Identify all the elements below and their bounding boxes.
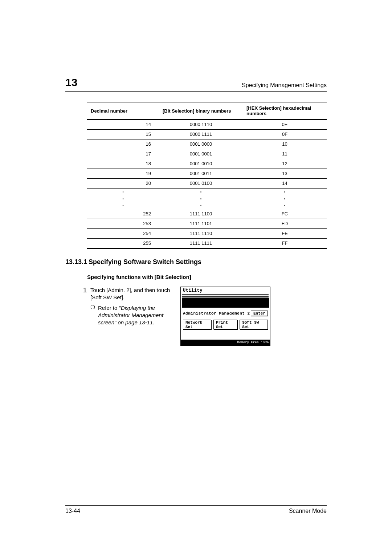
print-set-button[interactable]: Print Set (213, 320, 237, 329)
chapter-number: 13 (65, 76, 77, 89)
col-decimal: Decimal number (87, 102, 159, 119)
table-row: 140000 11100E (87, 119, 327, 130)
lcd-decor (182, 294, 269, 297)
footer-mode: Scanner Mode (289, 508, 327, 514)
table-row: 180001 001012 (87, 159, 327, 169)
table-row: 170001 000111 (87, 149, 327, 159)
table-ellipsis-row: ••• (87, 202, 327, 209)
table-row: 2551111 1111FF (87, 239, 327, 249)
step-instruction: Touch [Admin. 2], and then touch [Soft S… (90, 287, 174, 301)
step-note: Refer to "Displaying the Administrator M… (98, 304, 174, 327)
page-footer: 13-44 Scanner Mode (65, 505, 327, 514)
conversion-table: Decimal number [Bit Selection] binary nu… (87, 102, 327, 249)
enter-button[interactable]: Enter (251, 311, 268, 316)
table-row: 2521111 1100FC (87, 209, 327, 219)
lcd-screenshot: Utility Administrator Management 2 Enter… (180, 287, 270, 346)
section-title: Specifying Software Switch Settings (89, 258, 201, 266)
lcd-screen-label: Administrator Management 2 (183, 311, 250, 316)
page-header: 13 Specifying Management Settings (65, 76, 327, 92)
memory-free-label: Memory Free 100% (237, 341, 269, 344)
table-ellipsis-row: ••• (87, 195, 327, 202)
step-number: 1 (82, 287, 87, 294)
table-row: 160001 000010 (87, 139, 327, 149)
soft-sw-set-button[interactable]: Soft SW Set (240, 320, 268, 329)
table-row: 2541111 1110FE (87, 229, 327, 239)
col-binary: [Bit Selection] binary numbers (159, 102, 243, 119)
section-number: 13.13.1 (65, 258, 87, 266)
lcd-decor (182, 298, 269, 308)
table-row: 2531111 1101FD (87, 219, 327, 229)
table-ellipsis-row: ••• (87, 189, 327, 196)
section-heading: 13.13.1 Specifying Software Switch Setti… (65, 258, 327, 266)
note-bullet-icon: ❍ (90, 304, 95, 327)
page-number: 13-44 (65, 508, 80, 514)
table-row: 190001 001113 (87, 169, 327, 179)
table-row: 150000 11110F (87, 130, 327, 139)
table-row: 200001 010014 (87, 179, 327, 189)
subsection-heading: Specifying functions with [Bit Selection… (87, 274, 327, 280)
network-set-button[interactable]: Network Set (183, 320, 211, 329)
header-title: Specifying Management Settings (77, 82, 327, 89)
lcd-title: Utility (181, 287, 270, 294)
col-hex: [HEX Selection] hexadecimal numbers (243, 102, 327, 119)
